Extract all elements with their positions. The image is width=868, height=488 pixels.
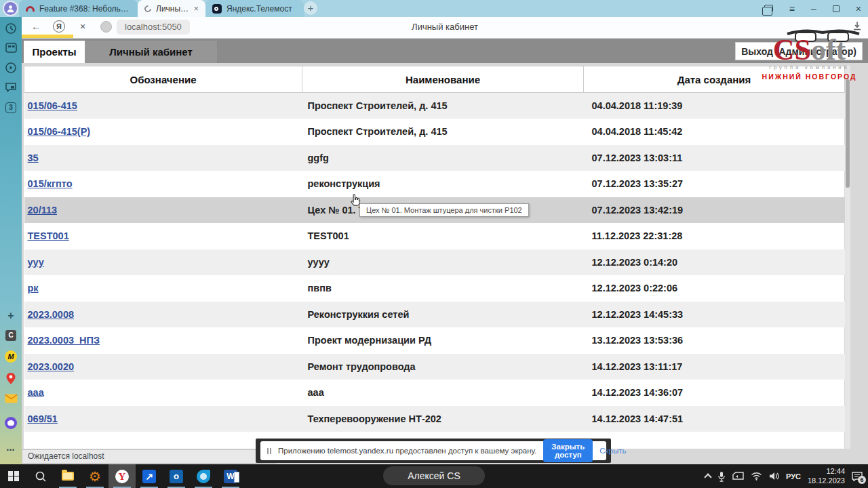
cell-code: ууу — [24, 249, 302, 276]
start-button[interactable] — [0, 464, 27, 488]
tab-close-icon[interactable]: × — [193, 3, 199, 14]
column-header-name[interactable]: Наименование — [302, 66, 584, 93]
project-link[interactable]: 015/06-415(Р) — [28, 126, 91, 137]
table-row: 069/51Техперевооружение НТ-20214.12.2023… — [24, 406, 845, 432]
cell-name: уууу — [302, 249, 584, 276]
cell-code: 35 — [24, 145, 302, 171]
settings-gear-icon[interactable]: ⚙ — [81, 464, 108, 488]
mail-icon[interactable] — [0, 394, 22, 403]
close-icon[interactable]: × — [856, 4, 861, 14]
volume-icon[interactable] — [769, 472, 779, 481]
action-center-icon[interactable]: 6 — [852, 472, 863, 481]
project-link[interactable]: 2023.0003_НПЗ — [28, 335, 100, 346]
project-link[interactable]: ааа — [28, 387, 44, 398]
browser-menu-icon[interactable]: ≡ — [789, 4, 795, 14]
add-panel-icon[interactable]: + — [0, 310, 22, 322]
clock[interactable]: 12:44 18.12.2023 — [808, 467, 845, 486]
table-row: 015/06-415Проспект Строителей, д. 41504.… — [24, 93, 845, 119]
scrollbar-thumb[interactable] — [846, 79, 850, 188]
counter-badge-icon[interactable]: 3 — [0, 102, 22, 113]
cell-date: 14.12.2023 14:47:51 — [584, 406, 845, 432]
cell-code: 015/06-415(Р) — [24, 119, 302, 145]
cell-name: TEST001 — [302, 223, 584, 249]
table-header-row: Обозначение Наименование Дата создания — [24, 66, 845, 93]
tray-date: 18.12.2023 — [808, 476, 845, 486]
project-link[interactable]: рк — [28, 283, 39, 293]
system-tray: РУС 12:44 18.12.2023 6 — [705, 464, 868, 488]
project-link[interactable]: ууу — [28, 257, 44, 268]
tab-projects[interactable]: Проекты — [24, 41, 85, 63]
app-nav-bar: Проекты Личный кабинет Выход (Администра… — [22, 39, 868, 63]
language-indicator[interactable]: РУС — [786, 472, 801, 481]
cell-date: 14.12.2023 14:36:07 — [584, 380, 845, 406]
metrika-icon[interactable]: M — [0, 350, 22, 363]
loading-spinner-icon — [143, 3, 153, 13]
project-link[interactable]: 2023.0020 — [28, 361, 75, 372]
yandex-browser-icon[interactable]: Y — [108, 464, 136, 488]
profile-avatar[interactable] — [3, 1, 18, 16]
arrow-app-icon[interactable]: ↗ — [136, 464, 163, 488]
cell-date: 07.12.2023 13:42:19 — [584, 197, 845, 224]
search-button[interactable] — [27, 464, 54, 488]
c-app-icon[interactable]: C — [0, 330, 22, 341]
column-header-date[interactable]: Дата создания — [584, 66, 845, 93]
restore-icon[interactable] — [833, 5, 840, 12]
side-panels-icon[interactable] — [764, 5, 773, 12]
browser-tab-feature[interactable]: Feature #368: Небольша… — [19, 0, 138, 17]
cell-date: 04.04.2018 11:19:39 — [584, 93, 845, 119]
screen-share-notification: Приложению telemost.yandex.ru предоставл… — [256, 439, 611, 463]
word-icon[interactable]: W — [217, 464, 244, 488]
new-tab-button[interactable]: + — [304, 1, 317, 15]
project-link[interactable]: 015/кгпто — [28, 178, 73, 189]
table-row: 015/кгптореконструкция07.12.2023 13:35:2… — [24, 171, 845, 197]
wifi-icon[interactable] — [751, 472, 762, 481]
cell-code: TEST001 — [24, 223, 302, 249]
tab-title: Feature #368: Небольша… — [39, 4, 131, 14]
history-icon[interactable] — [0, 22, 22, 35]
project-link[interactable]: 015/06-415 — [28, 100, 77, 111]
logout-button[interactable]: Выход (Администратор) — [735, 42, 863, 60]
project-link[interactable]: 35 — [28, 152, 39, 163]
microphone-icon[interactable] — [717, 471, 726, 482]
messenger-icon[interactable] — [0, 82, 22, 93]
nanocad-icon[interactable] — [190, 464, 217, 488]
table-row: ууууууу12.12.2023 0:14:20 — [24, 249, 845, 276]
download-icon[interactable] — [852, 20, 863, 34]
column-header-code[interactable]: Обозначение — [24, 66, 302, 93]
c-app-glyph: C — [5, 330, 16, 341]
page-scrollbar[interactable] — [845, 66, 850, 449]
table-row: 2023.0003_НПЗПроект модернизации РД13.12… — [24, 327, 845, 354]
browser-tab-lichny-kabinet[interactable]: Личный кабинет × — [138, 0, 205, 17]
video-icon[interactable] — [0, 62, 22, 74]
minimize-icon[interactable]: – — [811, 4, 816, 14]
browser-tab-telemost[interactable]: Яндекс.Телемост — [205, 0, 304, 17]
share-screen-icon[interactable] — [732, 472, 744, 481]
tray-expand-icon[interactable] — [705, 472, 711, 480]
project-link[interactable]: TEST001 — [28, 230, 69, 241]
hand-cursor — [349, 193, 362, 211]
maps-pin-icon[interactable] — [0, 372, 22, 385]
close-access-button[interactable]: Закрыть доступ — [543, 439, 593, 462]
cell-code: 2023.0003_НПЗ — [24, 327, 302, 354]
cell-name: Проспект Строителей, д. 415 — [302, 93, 584, 119]
table-row: TEST001TEST00111.12.2023 22:31:28 — [24, 223, 845, 249]
redmine-icon — [26, 6, 35, 12]
project-link[interactable]: 20/113 — [28, 205, 58, 216]
tab-personal-cabinet[interactable]: Личный кабинет — [85, 41, 217, 63]
alice-icon[interactable] — [0, 417, 22, 429]
cell-date: 12.12.2023 0:22:06 — [584, 275, 845, 302]
cell-name: пвпв — [302, 275, 584, 302]
browser-sidebar: 3 + C M ••• — [0, 17, 22, 464]
sidebar-more-icon[interactable]: ••• — [0, 447, 22, 453]
project-link[interactable]: 069/51 — [28, 413, 58, 424]
loading-progress-bar — [22, 35, 73, 38]
pause-icon[interactable] — [267, 448, 271, 454]
cell-name: ggfg — [302, 145, 584, 171]
file-explorer-icon[interactable] — [54, 464, 81, 488]
window-controls: ≡ – × — [764, 0, 868, 17]
row-tooltip: Цех № 01. Монтаж штуцера для чистки Р102 — [359, 203, 529, 217]
tableau-icon[interactable] — [0, 43, 22, 53]
outlook-icon[interactable]: o — [163, 464, 190, 488]
project-link[interactable]: 2023.0008 — [28, 309, 75, 320]
hide-notification-link[interactable]: Скрыть — [599, 447, 626, 455]
